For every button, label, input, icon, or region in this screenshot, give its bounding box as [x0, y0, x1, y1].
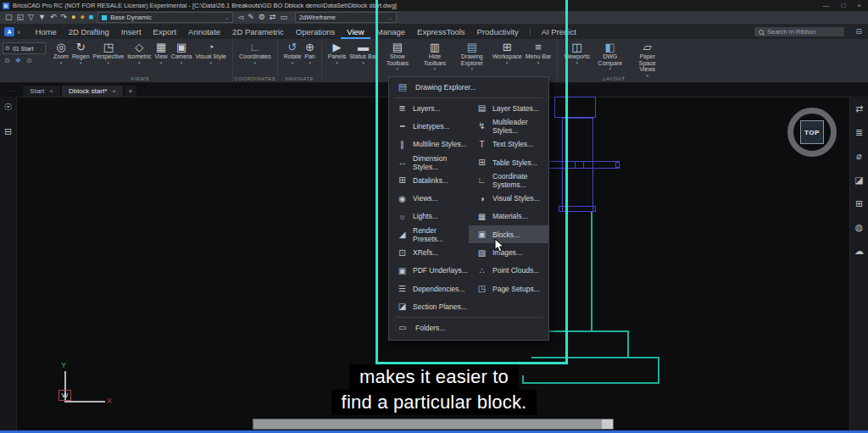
- tab-export[interactable]: Export: [147, 25, 182, 38]
- close-tab-icon[interactable]: ×: [112, 87, 116, 95]
- tab-ai-predict[interactable]: AI Predict: [536, 25, 582, 38]
- redo-icon[interactable]: ↷: [60, 14, 67, 21]
- tab-view[interactable]: View: [341, 25, 370, 39]
- cloud-icon[interactable]: ☁: [854, 246, 864, 257]
- minimize-button[interactable]: —: [822, 2, 829, 9]
- doc-tab-dblock-start[interactable]: Dblock start* ×: [62, 86, 123, 97]
- menu-item-layer-states[interactable]: ▤Layer States...: [469, 99, 548, 117]
- regen-button[interactable]: ↻ Regen ▾: [72, 42, 90, 64]
- camera-button[interactable]: ▣ Camera ▾: [171, 42, 192, 64]
- menu-item-images[interactable]: ▨Images...: [469, 243, 548, 261]
- perspective-button[interactable]: ◳ Perspective ▾: [93, 42, 125, 64]
- close-button[interactable]: ×: [857, 2, 861, 9]
- swap-icon[interactable]: ⇄: [270, 14, 276, 21]
- hide-toolbars-button[interactable]: ▥ Hide Toolbars ▾: [418, 42, 452, 70]
- layer-dropdown[interactable]: ⊙ 01 Start ⌄: [3, 42, 46, 54]
- tab-2d-parametric[interactable]: 2D Parametric: [226, 25, 290, 38]
- components-panel-icon[interactable]: ⊞: [855, 198, 863, 209]
- new-file-icon[interactable]: ▢: [5, 14, 13, 21]
- show-toolbars-button[interactable]: ▤ Show Toolbars ▾: [381, 42, 415, 70]
- undo-icon[interactable]: ↶: [50, 14, 57, 21]
- open-file-icon[interactable]: ◱: [17, 14, 25, 21]
- dwg-compare-button[interactable]: ◧ DWG Compare ▾: [593, 42, 627, 70]
- menu-item-linetypes[interactable]: ╍Linetypes...: [389, 117, 469, 135]
- monitor-icon[interactable]: ▭: [280, 14, 287, 21]
- menu-item-drawing-explorer[interactable]: ▤ Drawing Explorer...: [389, 77, 548, 97]
- menu-item-visual-styles[interactable]: ◑Visual Styles...: [469, 189, 548, 207]
- assistant-icon[interactable]: ◍: [855, 222, 864, 233]
- application-menu-button[interactable]: A: [4, 27, 14, 36]
- layer-visibility-icon[interactable]: ⊙: [4, 57, 10, 64]
- ribbon-collapse-icon[interactable]: ⊟: [855, 27, 862, 36]
- render-panel-icon[interactable]: ◪: [854, 175, 863, 186]
- viewports-button[interactable]: ◫ Viewports ▾: [564, 42, 590, 64]
- new-tab-button[interactable]: +: [125, 86, 136, 97]
- zoom-button[interactable]: ◎ Zoom ▾: [53, 42, 69, 64]
- view-button[interactable]: ▦ View ▾: [155, 42, 168, 64]
- tab-expresstools[interactable]: ExpressTools: [411, 25, 471, 38]
- tab-operations[interactable]: Operations: [290, 25, 341, 38]
- menu-item-text-styles[interactable]: TText Styles...: [469, 136, 548, 153]
- layer-freeze-icon[interactable]: ❖: [15, 57, 21, 64]
- menu-item-lights[interactable]: ☼Lights...: [389, 208, 469, 225]
- menu-bar-button[interactable]: ≡ Menu Bar ▾: [526, 42, 551, 64]
- menu-item-point-clouds[interactable]: ∴Point Clouds...: [469, 262, 548, 280]
- scrollbar-thumb-cap[interactable]: [602, 419, 613, 429]
- isometric-button[interactable]: ◇ Isometric ▾: [127, 42, 151, 64]
- visual-style-button[interactable]: ◔ Visual Style ▾: [195, 42, 225, 64]
- tab-manage[interactable]: Manage: [370, 25, 411, 38]
- tab-insert[interactable]: Insert: [115, 25, 147, 38]
- tips-icon[interactable]: ☉: [4, 102, 13, 113]
- close-tab-icon[interactable]: ×: [49, 87, 53, 95]
- menu-item-materials[interactable]: ▦Materials...: [469, 208, 548, 225]
- workspace-button[interactable]: ⊞ Workspace ▾: [492, 42, 522, 64]
- save-icon[interactable]: ▽: [28, 14, 34, 21]
- menu-item-table-styles[interactable]: ⊞Table Styles...: [469, 153, 548, 171]
- drawing-explorer-button[interactable]: ▤ Drawing Explorer ▾: [455, 42, 489, 70]
- tab-2d-drafting[interactable]: 2D Drafting: [63, 25, 115, 38]
- menu-item-coordinate-systems[interactable]: ∟Coordinate Systems...: [469, 171, 548, 189]
- menu-item-page-setups[interactable]: ◳Page Setups...: [469, 280, 548, 297]
- workspace-dropdown[interactable]: Base Dynamic ⌄: [97, 12, 233, 23]
- tab-overflow-dots[interactable]: ····: [5, 88, 16, 94]
- layer-lock-icon[interactable]: ⊙: [26, 57, 32, 64]
- horizontal-scrollbar[interactable]: [253, 419, 614, 430]
- menu-item-datalinks[interactable]: ⊞Datalinks...: [389, 171, 469, 189]
- bulb-icon[interactable]: ●: [71, 14, 75, 21]
- attachments-paperclip-icon[interactable]: ⌀: [856, 151, 862, 162]
- menu-item-dimension-styles[interactable]: ↔Dimension Styles...: [389, 153, 469, 171]
- menu-item-blocks[interactable]: ▣Blocks...: [469, 225, 548, 243]
- paper-space-views-button[interactable]: ▱ Paper Space Views ▾: [631, 42, 665, 77]
- menu-item-xrefs[interactable]: ⊡XRefs...: [389, 243, 469, 261]
- structure-icon[interactable]: ⊟: [4, 126, 12, 137]
- tab-annotate[interactable]: Annotate: [182, 25, 226, 38]
- layers-panel-icon[interactable]: ≣: [855, 127, 863, 138]
- panels-button[interactable]: ▶ Panels ▾: [328, 42, 346, 64]
- view-cube[interactable]: TOP: [787, 108, 837, 157]
- status-bar-button[interactable]: ▬ Status Bar ▾: [349, 42, 377, 64]
- tab-productivity[interactable]: Productivity: [471, 25, 525, 38]
- menu-item-dependencies[interactable]: ☰Dependencies...: [389, 280, 469, 297]
- menu-item-folders[interactable]: ▭ Folders...: [389, 319, 548, 337]
- constraints-icon[interactable]: ⇄: [855, 103, 863, 114]
- search-ribbon-box[interactable]: Search in Ribbon: [754, 27, 844, 36]
- menu-item-pdf-underlays[interactable]: ▣PDF Underlays...: [389, 262, 469, 280]
- view-cube-top-face[interactable]: TOP: [800, 120, 824, 144]
- menu-item-layers[interactable]: ≣Layers...: [389, 99, 469, 117]
- tab-home[interactable]: Home: [29, 25, 62, 38]
- menu-item-multileader-styles[interactable]: ↯Multileader Styles...: [469, 117, 548, 135]
- pan-button[interactable]: ⊕ Pan ▾: [304, 42, 314, 64]
- doc-tab-start[interactable]: Start ×: [23, 86, 60, 97]
- pick-icon[interactable]: ◅: [237, 14, 243, 21]
- menu-item-render-presets[interactable]: ◢Render Presets...: [389, 225, 469, 243]
- sun-icon[interactable]: ●: [80, 14, 84, 21]
- settings-gear-icon[interactable]: ⚙: [259, 14, 265, 21]
- visual-style-dropdown[interactable]: 2dWireframe ⌄: [295, 12, 397, 23]
- coordinates-button[interactable]: ∟ Coordinates ▾: [239, 42, 271, 64]
- edit-icon[interactable]: ✎: [248, 14, 254, 21]
- rotate-button[interactable]: ↺ Rotate ▾: [284, 42, 302, 64]
- save-as-icon[interactable]: ▼: [38, 14, 46, 21]
- menu-item-multiline-styles[interactable]: ∥Multiline Styles...: [389, 136, 469, 153]
- menu-item-section-planes[interactable]: ◪Section Planes...: [389, 297, 469, 315]
- maximize-button[interactable]: □: [841, 2, 845, 9]
